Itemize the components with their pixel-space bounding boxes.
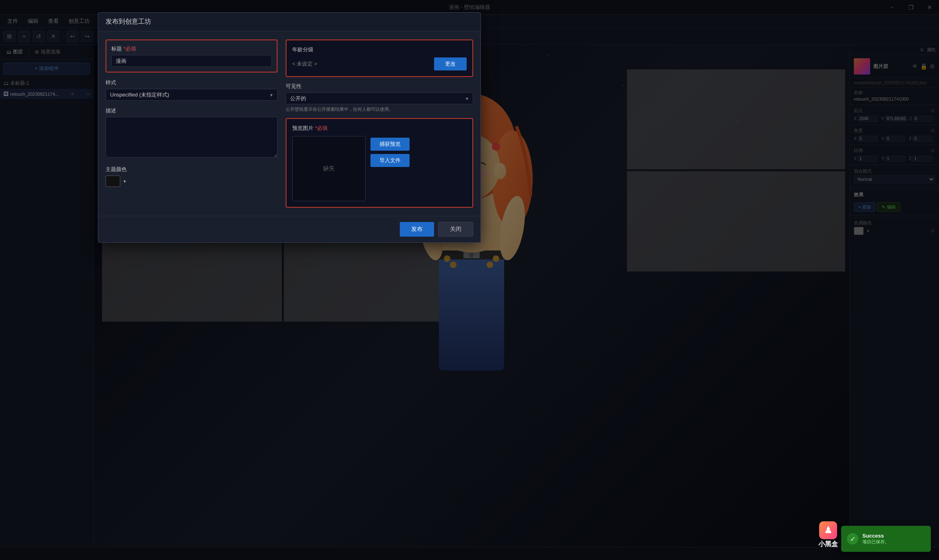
preview-body: 缺失 捕获预览 导入文件 — [292, 136, 467, 201]
preview-missing-text: 缺失 — [323, 165, 335, 172]
title-field-label: 标题 *必填 — [111, 45, 272, 53]
modal-overlay: 发布到创意工坊 标题 *必填 样式 Unspecified — [0, 0, 939, 560]
theme-color-swatch[interactable] — [106, 176, 120, 187]
preview-image-box: 预览图片 *必填 缺失 捕获预览 导入文件 — [286, 118, 473, 208]
publish-modal: 发布到创意工坊 标题 *必填 样式 Unspecified — [98, 12, 481, 243]
visibility-select[interactable]: 公开的 — [286, 92, 473, 104]
close-modal-button[interactable]: 关闭 — [438, 222, 473, 237]
description-field: 描述 — [106, 107, 278, 159]
preview-required-mark: *必填 — [315, 125, 328, 132]
title-required-mark: *必填 — [123, 45, 136, 53]
style-field: 样式 Unspecified (未指定样式) ▼ — [106, 79, 278, 101]
toast-subtitle: 项目已保存。 — [862, 539, 889, 545]
color-picker-row: ▼ — [106, 176, 278, 187]
visibility-label: 可见性 — [286, 83, 473, 90]
modal-right-column: 年龄分级 < 未设定 > 更改 可见性 公开的 ▼ 公开壁纸显示 — [286, 40, 473, 208]
toast-text-content: Success 项目已保存。 — [862, 533, 889, 545]
color-field: 主题颜色 ▼ — [106, 166, 278, 187]
toast-check-icon: ✓ — [847, 533, 858, 545]
description-textarea[interactable] — [106, 117, 278, 158]
watermark-text: 小黑盒 — [818, 540, 838, 549]
preview-thumbnail: 缺失 — [292, 136, 366, 201]
visibility-hint: 公开壁纸显示在公开搜索结果中，任何人都可以使用。 — [286, 106, 473, 112]
change-age-rating-button[interactable]: 更改 — [434, 57, 467, 70]
color-label: 主题颜色 — [106, 166, 278, 173]
style-field-label: 样式 — [106, 79, 278, 86]
age-rating-row: < 未设定 > 更改 — [292, 57, 467, 70]
watermark-logo: ♟ — [819, 521, 837, 539]
preview-buttons: 捕获预览 导入文件 — [370, 136, 410, 201]
title-field-box: 标题 *必填 — [106, 40, 278, 72]
success-toast: ✓ Success 项目已保存。 — [841, 526, 931, 552]
publish-button[interactable]: 发布 — [400, 222, 434, 237]
age-rating-box: 年龄分级 < 未设定 > 更改 — [286, 40, 473, 77]
modal-title: 发布到创意工坊 — [98, 13, 481, 31]
color-dropdown-icon[interactable]: ▼ — [123, 179, 127, 184]
style-select[interactable]: Unspecified (未指定样式) — [106, 89, 278, 101]
visibility-select-wrapper: 公开的 ▼ — [286, 92, 473, 104]
description-label: 描述 — [106, 107, 278, 114]
modal-left-column: 标题 *必填 样式 Unspecified (未指定样式) ▼ — [106, 40, 278, 208]
preview-image-label: 预览图片 *必填 — [292, 125, 467, 132]
watermark: ♟ 小黑盒 — [818, 521, 838, 549]
capture-preview-button[interactable]: 捕获预览 — [370, 138, 410, 151]
style-select-wrapper: Unspecified (未指定样式) ▼ — [106, 89, 278, 101]
modal-footer: 发布 关闭 — [98, 216, 481, 242]
age-rating-value: < 未设定 > — [292, 60, 430, 68]
title-input[interactable] — [111, 55, 272, 67]
visibility-section: 可见性 公开的 ▼ 公开壁纸显示在公开搜索结果中，任何人都可以使用。 — [286, 83, 473, 112]
toast-title: Success — [862, 533, 889, 539]
age-rating-label: 年龄分级 — [292, 46, 467, 53]
watermark-content: ♟ 小黑盒 — [818, 521, 838, 549]
import-file-button[interactable]: 导入文件 — [370, 154, 410, 167]
modal-body: 标题 *必填 样式 Unspecified (未指定样式) ▼ — [98, 31, 481, 216]
